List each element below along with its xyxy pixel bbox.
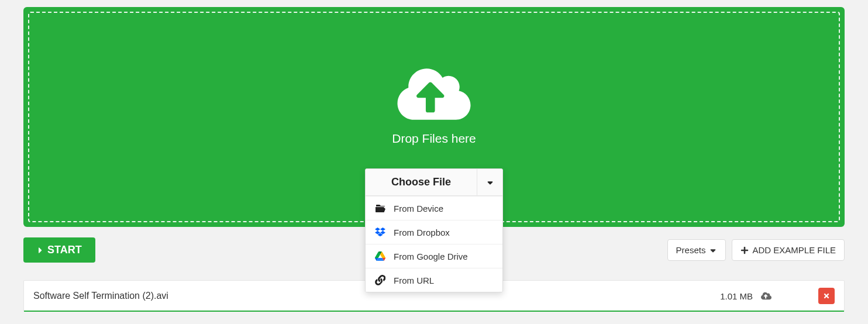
choose-from-device[interactable]: From Device — [366, 196, 502, 220]
link-icon — [375, 275, 385, 285]
choose-option-label: From Device — [394, 204, 443, 213]
reupload-button[interactable] — [760, 289, 773, 302]
choose-file-menu: Choose File From Device From Dropbox Fro… — [365, 168, 503, 292]
presets-button[interactable]: Presets — [667, 239, 726, 261]
add-example-label: ADD EXAMPLE FILE — [752, 245, 836, 255]
start-button[interactable]: START — [23, 237, 95, 263]
choose-from-url[interactable]: From URL — [366, 268, 502, 292]
presets-label: Presets — [676, 245, 706, 255]
dropbox-icon — [375, 227, 385, 237]
choose-option-label: From Dropbox — [394, 228, 450, 237]
choose-from-google-drive[interactable]: From Google Drive — [366, 244, 502, 268]
dropzone-label: Drop Files here — [392, 132, 476, 146]
upload-icon — [761, 291, 771, 301]
choose-from-dropbox[interactable]: From Dropbox — [366, 220, 502, 244]
google-drive-icon — [375, 251, 385, 261]
plus-icon — [740, 246, 749, 254]
close-icon — [823, 292, 830, 299]
choose-file-header[interactable]: Choose File — [366, 169, 502, 196]
choose-file-title: Choose File — [366, 169, 477, 195]
chevron-down-icon — [709, 246, 717, 254]
remove-file-button[interactable] — [818, 288, 835, 304]
folder-open-icon — [375, 203, 385, 213]
file-size: 1.01 MB — [720, 291, 753, 301]
chevron-down-icon[interactable] — [477, 169, 502, 195]
choose-option-label: From Google Drive — [394, 251, 468, 261]
choose-option-label: From URL — [394, 275, 434, 285]
cloud-upload-icon — [393, 65, 475, 123]
start-button-label: START — [47, 244, 82, 256]
chevron-right-icon — [37, 246, 44, 255]
add-example-file-button[interactable]: ADD EXAMPLE FILE — [732, 239, 845, 261]
